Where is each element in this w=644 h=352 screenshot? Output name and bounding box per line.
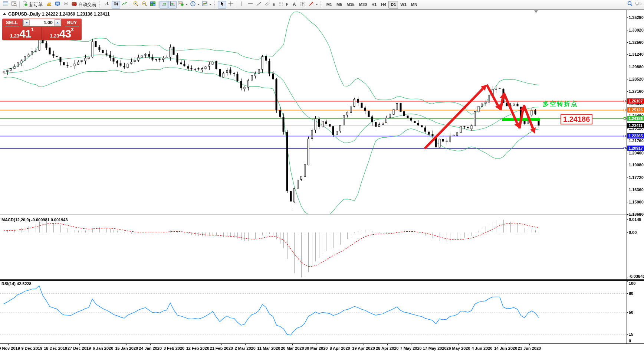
channel-icon [264, 1, 271, 8]
chart-title-symbol: GBPUSD-,Daily [8, 12, 40, 17]
turning-point-annotation[interactable]: 多空转折点 [543, 100, 578, 108]
chart-shift-button[interactable] [168, 1, 177, 9]
auto-scroll-button[interactable] [160, 1, 168, 9]
zoom-in-icon [133, 1, 139, 8]
cursor-button[interactable] [218, 1, 226, 9]
arrows-dropdown-icon[interactable] [316, 4, 318, 5]
data-window-button[interactable] [10, 1, 18, 9]
zoom-in-button[interactable] [131, 1, 140, 9]
toolbar-separator [158, 1, 158, 8]
terminal-window: 新订单 自动交易 E F A T M1 M5 M15 M30 H1 H4 D1 … [0, 0, 644, 352]
template-icon [202, 1, 208, 8]
community-icon [55, 1, 60, 8]
toolbar: 新订单 自动交易 E F A T M1 M5 M15 M30 H1 H4 D1 … [0, 0, 644, 9]
horizontal-line-icon [247, 1, 253, 8]
gold-button[interactable] [45, 1, 53, 9]
chart-title-ohlc: 1.24222 1.24360 1.23136 1.23411 [42, 12, 110, 17]
auto-trading-button[interactable]: 自动交易 [70, 1, 98, 9]
new-order-button[interactable]: 新订单 [21, 1, 45, 9]
zoom-out-button[interactable] [140, 1, 148, 9]
main-chart-canvas[interactable] [0, 0, 644, 352]
one-click-trading-panel: SELL BUY 1.23 41 1 1.23 43 3 [2, 19, 82, 40]
timeframe-m15-button[interactable]: M15 [344, 1, 356, 9]
timeframe-d1-button[interactable]: D1 [388, 1, 398, 9]
bar-chart-icon [105, 1, 111, 8]
market-watch-icon [3, 1, 9, 8]
gold-ingot-icon [46, 1, 52, 8]
chart-shift-icon [170, 1, 175, 8]
templates-button[interactable] [201, 1, 213, 9]
sell-price-small: 1.23 [10, 33, 19, 39]
fib-letter: F [285, 3, 289, 7]
line-chart-button[interactable] [120, 1, 129, 9]
sell-price-big: 41 [19, 29, 31, 39]
chat-icon [635, 1, 642, 8]
timeframe-m1-button[interactable]: M1 [324, 1, 334, 9]
bar-chart-button[interactable] [103, 1, 112, 9]
market-watch-button[interactable] [1, 1, 10, 9]
chat-button[interactable] [634, 1, 643, 9]
new-order-icon [22, 1, 28, 8]
timeframe-m5-button[interactable]: M5 [334, 1, 344, 9]
indicators-icon [178, 1, 184, 8]
crosshair-icon [228, 1, 234, 8]
community-button[interactable] [53, 1, 62, 9]
price-annotation-box[interactable]: 1.24186 [561, 114, 592, 124]
periods-button[interactable] [189, 1, 201, 9]
auto-trading-icon [71, 1, 77, 8]
timeframe-h1-button[interactable]: H1 [369, 1, 379, 9]
auto-scroll-icon [161, 1, 167, 8]
horizontal-line-button[interactable] [246, 1, 254, 9]
buy-price[interactable]: 1.23 43 3 [42, 27, 82, 40]
indicators-button[interactable] [177, 1, 189, 9]
buy-button[interactable]: BUY [62, 20, 82, 25]
toolbar-separator [19, 1, 20, 8]
sell-price[interactable]: 1.23 41 1 [2, 27, 42, 40]
cursor-icon [219, 1, 225, 8]
news-button[interactable] [62, 1, 70, 9]
candlestick-icon [113, 1, 119, 8]
tile-windows-icon [150, 1, 156, 8]
volume-control [23, 19, 61, 26]
volume-down-button[interactable] [23, 19, 30, 26]
data-window-icon [11, 1, 17, 8]
new-order-label: 新订单 [29, 1, 43, 8]
arrows-button[interactable] [307, 1, 319, 9]
candlestick-button[interactable] [112, 1, 120, 9]
tile-windows-button[interactable] [148, 1, 157, 9]
timeframe-mn-button[interactable]: MN [409, 1, 420, 9]
trendline-button[interactable] [254, 1, 263, 9]
text-icon: A [293, 2, 296, 7]
buy-price-small: 1.23 [50, 33, 59, 39]
search-button[interactable] [625, 1, 634, 9]
auto-trading-label: 自动交易 [78, 1, 97, 8]
toolbar-separator [130, 1, 130, 8]
toolbar-separator [236, 1, 236, 8]
volume-input[interactable] [30, 20, 54, 25]
toolbar-drag-handle[interactable] [99, 1, 102, 7]
chart-title: GBPUSD-,Daily 1.24222 1.24360 1.23136 1.… [8, 12, 110, 17]
timeframe-w1-button[interactable]: W1 [398, 1, 409, 9]
text-label-icon: T [300, 2, 305, 7]
periods-dropdown-icon[interactable] [197, 4, 200, 5]
vertical-line-button[interactable] [237, 1, 246, 9]
timeframe-m30-button[interactable]: M30 [357, 1, 369, 9]
vertical-line-icon [240, 1, 244, 8]
zoom-out-icon [141, 1, 147, 8]
sell-button[interactable]: SELL [2, 20, 22, 25]
text-button[interactable]: A [290, 1, 299, 9]
templates-dropdown-icon[interactable] [209, 4, 211, 5]
fibonacci-button[interactable]: F [277, 1, 290, 9]
one-click-collapse-icon[interactable] [3, 13, 6, 15]
buy-price-sup: 3 [71, 27, 73, 32]
text-label-button[interactable]: T [299, 1, 307, 9]
crosshair-button[interactable] [226, 1, 235, 9]
equidistant-channel-button[interactable]: E [263, 1, 277, 9]
fibonacci-icon [278, 1, 284, 8]
channel-letter: E [272, 3, 276, 7]
indicators-dropdown-icon[interactable] [185, 4, 188, 5]
toolbar-drag-handle[interactable] [321, 1, 323, 7]
timeframe-h4-button[interactable]: H4 [379, 1, 388, 9]
volume-up-button[interactable] [54, 19, 60, 26]
toolbar-drag-handle[interactable] [214, 1, 216, 7]
